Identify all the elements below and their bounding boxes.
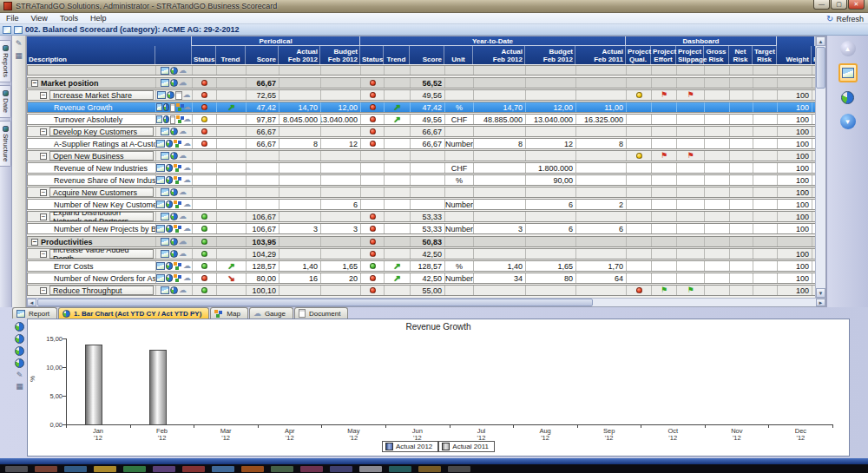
pie-icon[interactable] xyxy=(170,128,178,135)
table-row[interactable]: −Expand Distribution Network and Partner… xyxy=(27,211,817,222)
pie-icon[interactable] xyxy=(170,152,178,160)
document-icon[interactable] xyxy=(170,115,175,124)
gauge-icon[interactable]: ☁ xyxy=(183,176,191,184)
table-row[interactable]: Number of New Projects by BSC Sales☁106,… xyxy=(27,223,817,234)
chart-icon[interactable] xyxy=(161,286,169,294)
chart-icon[interactable] xyxy=(161,79,169,87)
table-row[interactable]: Revenue of New Industries☁CHF1.800.00010… xyxy=(27,162,817,174)
bottom-tab-report[interactable]: Report xyxy=(12,307,57,319)
chart-icon[interactable] xyxy=(157,91,166,99)
org-chart-icon[interactable] xyxy=(174,176,182,184)
gauge-icon[interactable]: ☁ xyxy=(179,128,187,135)
chart-icon[interactable] xyxy=(156,140,165,148)
side-tab-reports[interactable]: Reports xyxy=(0,40,11,82)
table-row[interactable]: −Market position☁66,6756,52 xyxy=(27,77,817,89)
gauge-icon[interactable]: ☁ xyxy=(183,164,191,172)
org-chart-icon[interactable] xyxy=(174,274,182,282)
filter-row[interactable]: ☁ xyxy=(27,65,817,76)
edit-pencil-icon[interactable]: ✎ xyxy=(16,371,23,379)
taskbar-app-icon[interactable] xyxy=(418,466,441,472)
scorecard-icon[interactable] xyxy=(3,26,11,34)
gauge-icon[interactable]: ☁ xyxy=(183,103,191,111)
taskbar-app-icon[interactable] xyxy=(182,466,205,472)
print-icon[interactable]: ▦ xyxy=(16,382,23,391)
table-row[interactable]: Turnover Absolutely☁97,878.045.00013.040… xyxy=(27,114,817,125)
pie-icon[interactable] xyxy=(166,200,174,208)
expand-icon[interactable]: − xyxy=(31,80,38,87)
chart-icon[interactable] xyxy=(156,262,165,270)
expand-icon[interactable]: − xyxy=(40,214,47,220)
org-chart-icon[interactable] xyxy=(176,103,182,111)
document-icon[interactable] xyxy=(170,103,175,112)
chart-icon[interactable] xyxy=(156,176,165,184)
document-icon[interactable] xyxy=(175,91,182,100)
menu-file[interactable]: File xyxy=(0,13,25,24)
expand-icon[interactable]: − xyxy=(40,251,47,258)
taskbar-app-icon[interactable] xyxy=(5,466,28,472)
org-chart-icon[interactable] xyxy=(174,262,182,270)
side-tab-structure[interactable]: Structure xyxy=(0,121,11,167)
chart-icon[interactable] xyxy=(156,225,165,233)
pie-icon[interactable] xyxy=(170,79,178,87)
gauge-icon[interactable]: ☁ xyxy=(179,250,187,258)
table-row[interactable]: −Develop Key Customers☁66,6766,67100 xyxy=(27,126,817,137)
chart-icon[interactable] xyxy=(156,274,165,282)
chart-icon[interactable] xyxy=(156,164,165,172)
table-row[interactable]: A-Supplier Ratings at A-Customers☁66,678… xyxy=(27,138,817,149)
org-chart-icon[interactable] xyxy=(174,140,182,148)
taskbar-app-icon[interactable] xyxy=(271,466,293,472)
horizontal-scrollbar[interactable]: ◄ ► xyxy=(27,298,825,306)
pie-icon[interactable] xyxy=(170,286,178,294)
pie-icon[interactable] xyxy=(166,176,174,184)
pie-view-button[interactable] xyxy=(838,88,858,107)
table-row[interactable]: Revenue Share of New Industries☁%90,0010… xyxy=(27,174,817,186)
chart-icon[interactable] xyxy=(156,115,162,123)
gauge-icon[interactable]: ☁ xyxy=(179,286,187,294)
gauge-icon[interactable]: ☁ xyxy=(179,79,187,87)
gauge-icon[interactable]: ☁ xyxy=(183,262,191,270)
table-row[interactable]: −Reduce Throughput☁100,1055,00⚑⚑100 xyxy=(27,285,817,296)
chart-type-icon[interactable] xyxy=(15,334,24,344)
org-chart-icon[interactable] xyxy=(174,225,182,233)
taskbar-app-icon[interactable] xyxy=(330,466,352,472)
menu-view[interactable]: View xyxy=(25,13,54,24)
scroll-right-arrow[interactable]: ► xyxy=(816,299,825,306)
taskbar-app-icon[interactable] xyxy=(212,466,234,472)
pie-icon[interactable] xyxy=(166,164,174,172)
table-row[interactable]: Number of New Orders for Assemblies☁↘80,… xyxy=(27,273,817,284)
taskbar[interactable] xyxy=(0,464,868,473)
refresh-button[interactable]: ↻ Refresh xyxy=(826,13,864,24)
taskbar-app-icon[interactable] xyxy=(448,466,470,472)
pie-icon[interactable] xyxy=(170,67,178,75)
maximize-button[interactable]: ▢ xyxy=(831,0,847,10)
chart-type-icon[interactable] xyxy=(15,346,24,356)
menu-help[interactable]: Help xyxy=(84,13,113,24)
scrollbar-thumb[interactable] xyxy=(37,299,593,306)
gauge-icon[interactable]: ☁ xyxy=(183,91,191,99)
gauge-icon[interactable]: ☁ xyxy=(183,200,191,208)
bottom-tab-document[interactable]: Document xyxy=(294,307,348,319)
table-row[interactable]: Revenue Growth☁↗47,4214,7012,00↗47,42%14… xyxy=(27,102,817,113)
pie-icon[interactable] xyxy=(163,103,169,111)
table-row[interactable]: −Increase Value Added Depth☁104,2942,501… xyxy=(27,248,817,259)
bottom-tab-pie[interactable]: 1. Bar Chart (Act YTD CY / Act YTD PY) xyxy=(58,307,209,319)
taskbar-app-icon[interactable] xyxy=(153,466,175,472)
edit-pencil-icon[interactable]: ✎ xyxy=(16,39,23,48)
taskbar-app-icon[interactable] xyxy=(35,466,57,472)
gauge-icon[interactable]: ☁ xyxy=(179,152,187,160)
chart-icon[interactable] xyxy=(156,103,162,111)
taskbar-app-icon[interactable] xyxy=(64,466,87,472)
org-chart-icon[interactable] xyxy=(174,164,182,172)
document-tab-title[interactable]: 002. Balanced Scorecard (category): ACME… xyxy=(25,25,239,34)
gauge-icon[interactable]: ☁ xyxy=(183,140,191,148)
taskbar-app-icon[interactable] xyxy=(241,466,264,472)
pie-icon[interactable] xyxy=(166,225,174,233)
expand-icon[interactable]: − xyxy=(31,239,38,246)
chart-icon[interactable] xyxy=(161,67,169,75)
bottom-tab-gauge[interactable]: ☁Gauge xyxy=(249,307,293,319)
taskbar-app-icon[interactable] xyxy=(359,466,382,472)
scorecard-icon[interactable] xyxy=(14,26,23,34)
pie-icon[interactable] xyxy=(166,262,174,270)
scroll-left-arrow[interactable]: ◄ xyxy=(27,299,36,306)
chart-icon[interactable] xyxy=(161,213,169,220)
